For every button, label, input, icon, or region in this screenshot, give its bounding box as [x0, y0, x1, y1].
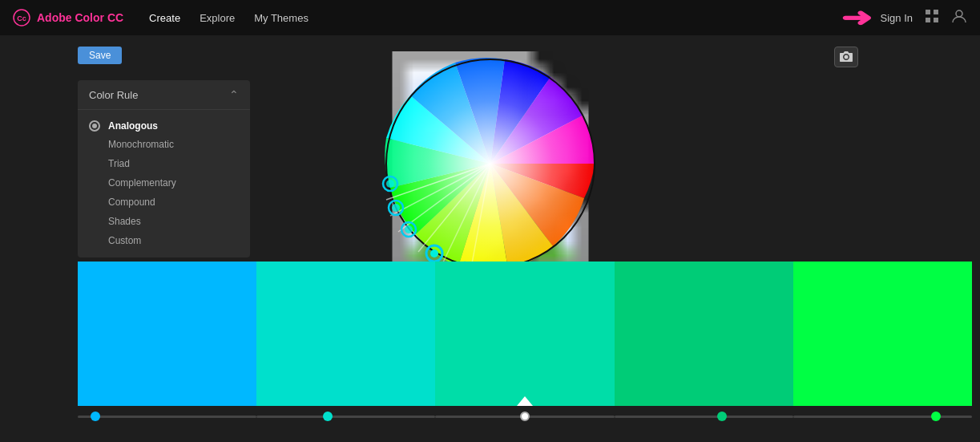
slider-thumb-5[interactable] [931, 412, 941, 421]
rule-custom[interactable]: Custom [89, 230, 250, 249]
slider-thumb-2[interactable] [323, 412, 333, 421]
slider-thumb-4[interactable] [717, 412, 727, 421]
swatch-1[interactable] [78, 262, 256, 406]
svg-point-22 [405, 225, 413, 233]
grid-icon[interactable] [926, 10, 938, 26]
swatch-4[interactable] [615, 262, 793, 406]
adobe-logo-icon: Cc [13, 9, 30, 26]
slider-thumb-3[interactable] [520, 412, 530, 421]
svg-rect-2 [926, 10, 930, 14]
panel-title: Color Rule [89, 89, 138, 101]
svg-point-20 [392, 204, 400, 212]
svg-point-18 [386, 180, 394, 188]
color-wheel-svg [378, 51, 603, 276]
panel-header: Color Rule ⌃ [78, 80, 250, 110]
main-nav: Create Explore My Themes [149, 12, 309, 24]
svg-point-24 [430, 249, 438, 257]
svg-rect-4 [926, 18, 930, 22]
svg-point-6 [956, 10, 962, 17]
color-swatches [78, 262, 972, 406]
save-button[interactable]: Save [78, 47, 122, 64]
header-right: ➜ Sign In [846, 2, 967, 33]
svg-rect-3 [934, 10, 938, 14]
app-title: Adobe Color CC [37, 11, 123, 24]
app-logo: Cc Adobe Color CC [13, 9, 123, 26]
slider-1[interactable] [78, 408, 256, 424]
slider-4[interactable] [615, 408, 793, 424]
rule-shades[interactable]: Shades [89, 211, 250, 230]
swatch-2[interactable] [256, 262, 435, 406]
sliders-row-1 [78, 408, 972, 424]
rule-complementary[interactable]: Complementary [89, 172, 250, 192]
svg-point-7 [845, 55, 849, 59]
slider-5[interactable] [793, 408, 972, 424]
slider-3[interactable] [435, 408, 614, 424]
slider-thumb-1[interactable] [91, 412, 100, 421]
user-icon[interactable] [951, 8, 967, 28]
rule-analogous[interactable]: Analogous [89, 118, 250, 134]
arrow-icon: ➜ [841, 2, 873, 33]
panel-collapse-button[interactable]: ⌃ [229, 88, 239, 101]
color-wheel[interactable] [378, 51, 603, 276]
camera-button[interactable] [834, 47, 858, 67]
swatch-3[interactable] [435, 262, 614, 406]
radio-analogous [89, 120, 100, 132]
rule-list: Analogous Monochromatic Triad Complement… [78, 110, 250, 257]
svg-rect-5 [934, 18, 938, 22]
rule-monochromatic[interactable]: Monochromatic [89, 134, 250, 153]
color-rule-panel: Color Rule ⌃ Analogous Monochromatic Tri… [78, 80, 250, 257]
svg-text:Cc: Cc [17, 14, 26, 22]
header: Cc Adobe Color CC Create Explore My Them… [0, 0, 980, 35]
sign-in-button[interactable]: Sign In [881, 12, 913, 24]
slider-2[interactable] [256, 408, 435, 424]
nav-explore[interactable]: Explore [200, 12, 235, 24]
active-swatch-indicator [517, 396, 533, 406]
rule-triad[interactable]: Triad [89, 153, 250, 172]
rule-compound[interactable]: Compound [89, 192, 250, 211]
swatch-5[interactable] [793, 262, 972, 406]
nav-my-themes[interactable]: My Themes [254, 12, 309, 24]
nav-create[interactable]: Create [149, 12, 180, 24]
main-content: Save Color Rule ⌃ Analogous Monochromati… [0, 35, 980, 442]
